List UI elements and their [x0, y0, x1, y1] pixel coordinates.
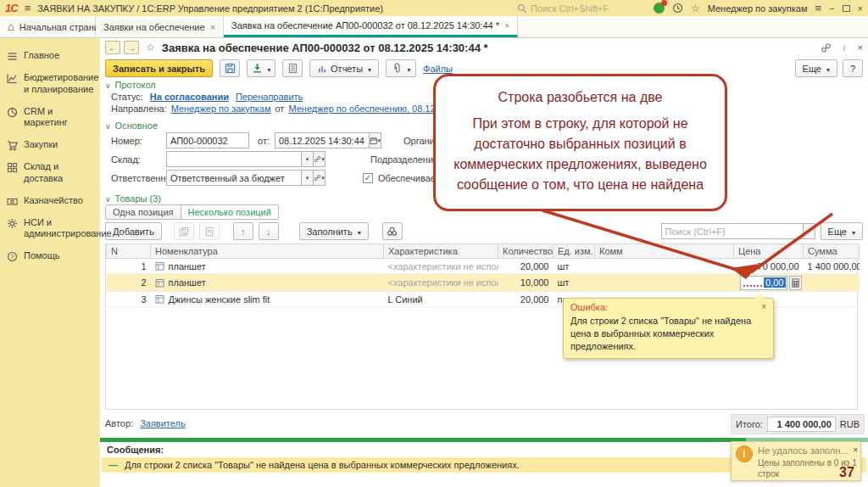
- close-toast-icon[interactable]: [853, 445, 858, 456]
- cell-n[interactable]: 3: [107, 292, 151, 307]
- warehouse-input[interactable]: [166, 151, 302, 167]
- tab-request-document[interactable]: Заявка на обеспечение АП00-000032 от 08.…: [224, 16, 518, 37]
- cell-characteristic[interactable]: L Синий: [384, 292, 498, 307]
- sidebar-item-help[interactable]: ? Помощь: [0, 245, 100, 267]
- current-user[interactable]: Менеджер по закупкам: [708, 3, 808, 14]
- add-row-button[interactable]: Добавить: [105, 222, 162, 240]
- move-down-button[interactable]: [259, 222, 279, 240]
- global-search-input[interactable]: Поиск Ctrl+Shift+F: [517, 3, 609, 14]
- cell-commercial[interactable]: [595, 274, 734, 292]
- date-input[interactable]: 08.12.2025 14:30:44: [275, 132, 370, 148]
- cell-characteristic[interactable]: <характеристики не использ...: [384, 274, 498, 292]
- section-goods[interactable]: Товары (3): [105, 193, 161, 204]
- main-menu-icon[interactable]: [25, 2, 31, 14]
- post-document-button[interactable]: [247, 59, 275, 77]
- forward-button[interactable]: →: [124, 41, 139, 54]
- cell-characteristic[interactable]: <характеристики не использ...: [384, 259, 498, 274]
- cell-quantity[interactable]: 20,000: [498, 292, 554, 307]
- col-characteristic[interactable]: Характеристика: [384, 244, 498, 259]
- warehouse-open-button[interactable]: [314, 151, 326, 167]
- cell-unit[interactable]: шт: [554, 274, 595, 292]
- sidebar-item-warehouse[interactable]: Склад и доставка: [0, 156, 100, 190]
- tab-multiple-positions[interactable]: Несколько позиций: [181, 204, 279, 220]
- number-input[interactable]: АП00-000032: [166, 132, 249, 148]
- cell-nomenclature[interactable]: Джинсы женские slim fit: [151, 292, 384, 307]
- save-button[interactable]: [220, 59, 240, 77]
- back-button[interactable]: ←: [105, 41, 120, 54]
- attachments-button[interactable]: [386, 59, 416, 77]
- discussions-icon[interactable]: [654, 3, 665, 14]
- table-row[interactable]: 1 планшет <характеристики не использ... …: [107, 259, 860, 274]
- fill-button[interactable]: Заполнить: [299, 222, 369, 240]
- col-quantity[interactable]: Количество: [498, 244, 554, 259]
- tab-home[interactable]: Начальная страница: [0, 16, 96, 37]
- cell-price-editing[interactable]: 0,00: [734, 274, 804, 292]
- reports-button[interactable]: Отчеты: [309, 59, 379, 77]
- cell-quantity[interactable]: 20,000: [498, 259, 554, 274]
- cell-quantity[interactable]: 10,000: [498, 274, 554, 292]
- restore-button[interactable]: [843, 5, 850, 12]
- directed-to-link[interactable]: Менеджер по закупкам: [171, 104, 271, 114]
- goods-search-input[interactable]: Поиск (Ctrl+F): [661, 223, 804, 239]
- responsible-open-button[interactable]: [314, 170, 326, 186]
- close-error-icon[interactable]: [761, 302, 766, 312]
- sidebar-item-budgeting[interactable]: Бюджетирование и планирование: [0, 67, 100, 101]
- close-tab-icon[interactable]: [210, 22, 215, 32]
- calculator-button[interactable]: [789, 276, 802, 290]
- close-window-button[interactable]: [858, 3, 863, 14]
- delete-row-button[interactable]: [199, 222, 220, 240]
- info-icon[interactable]: i: [843, 42, 846, 53]
- service-menu-icon[interactable]: [815, 2, 822, 14]
- copy-row-button[interactable]: [174, 222, 194, 240]
- warehouse-dropdown-button[interactable]: [302, 151, 314, 167]
- responsible-dropdown-button[interactable]: [302, 170, 314, 186]
- tab-single-position[interactable]: Одна позиция: [105, 204, 181, 220]
- cell-nomenclature[interactable]: планшет: [151, 259, 384, 274]
- col-sum[interactable]: Сумма: [804, 244, 860, 259]
- redirect-link[interactable]: Перенаправить: [236, 92, 303, 102]
- sidebar-item-crm[interactable]: CRM и маркетинг: [0, 101, 100, 135]
- document-structure-button[interactable]: [282, 59, 303, 77]
- cell-unit[interactable]: шт: [554, 259, 595, 274]
- files-link[interactable]: Файлы: [423, 64, 453, 74]
- author-link[interactable]: Заявитель: [140, 418, 186, 428]
- col-nomenclature[interactable]: Номенклатура: [151, 244, 384, 259]
- goods-search-dropdown[interactable]: [804, 223, 815, 239]
- goods-header-row[interactable]: N Номенклатура Характеристика Количество…: [107, 244, 860, 259]
- close-form-icon[interactable]: [858, 42, 863, 53]
- cell-n[interactable]: 2: [107, 274, 151, 292]
- pick-goods-button[interactable]: [382, 222, 403, 240]
- section-protocol[interactable]: Протокол: [105, 80, 156, 90]
- sidebar-item-treasury[interactable]: Казначейство: [0, 190, 100, 212]
- cell-sum[interactable]: [804, 274, 860, 292]
- sidebar-item-main[interactable]: Главное: [0, 45, 100, 67]
- cell-price[interactable]: 70 000,00: [734, 259, 804, 274]
- close-tab-icon[interactable]: [504, 20, 509, 31]
- history-icon[interactable]: [672, 3, 683, 14]
- save-close-button[interactable]: Записать и закрыть: [105, 59, 213, 77]
- more-button[interactable]: Еще: [795, 59, 837, 77]
- col-n[interactable]: N: [107, 244, 151, 259]
- goods-more-button[interactable]: Еще: [821, 222, 863, 240]
- price-edit-input[interactable]: 0,00: [740, 276, 787, 290]
- col-unit[interactable]: Ед. изм.: [554, 244, 595, 259]
- sidebar-item-administration[interactable]: НСИ и администрирование: [0, 212, 100, 246]
- col-commercial[interactable]: Комм: [595, 244, 734, 259]
- calendar-button[interactable]: [370, 132, 381, 148]
- cell-nomenclature[interactable]: планшет: [151, 274, 384, 292]
- sidebar-item-purchases[interactable]: Закупки: [0, 134, 100, 156]
- responsible-input[interactable]: Ответственный за бюджет: [166, 170, 302, 186]
- cell-commercial[interactable]: [595, 259, 734, 274]
- move-up-button[interactable]: [233, 222, 253, 240]
- tab-requests-list[interactable]: Заявки на обеспечение: [96, 16, 224, 37]
- section-general[interactable]: Основное: [105, 120, 158, 131]
- cell-n[interactable]: 1: [107, 259, 151, 274]
- get-link-icon[interactable]: [821, 42, 832, 53]
- cell-sum[interactable]: [804, 292, 860, 307]
- table-row-selected[interactable]: 2 планшет <характеристики не использ... …: [107, 274, 860, 292]
- cell-sum[interactable]: 1 400 000,00: [804, 259, 860, 274]
- favorites-icon[interactable]: [691, 3, 700, 14]
- col-price[interactable]: Цена: [734, 244, 804, 259]
- purchase-checkbox[interactable]: [363, 173, 373, 183]
- help-button[interactable]: ?: [843, 59, 863, 77]
